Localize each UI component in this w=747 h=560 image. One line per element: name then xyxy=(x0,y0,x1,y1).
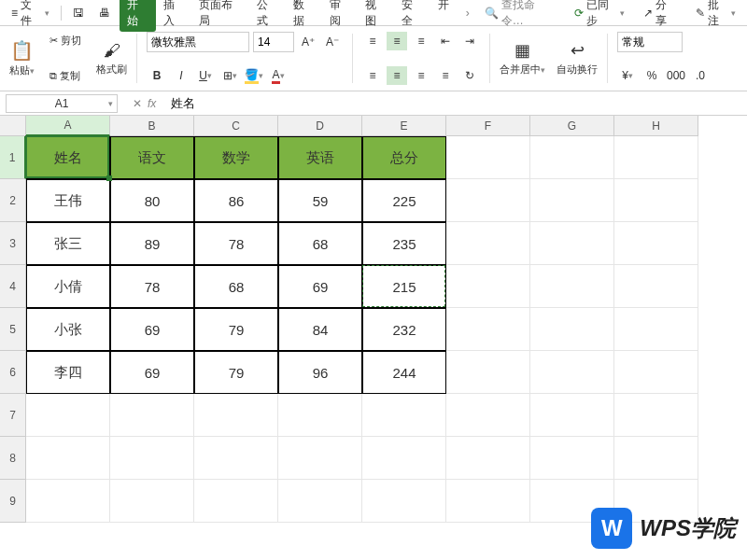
cell[interactable] xyxy=(530,179,614,222)
cell[interactable]: 69 xyxy=(278,265,362,308)
cell[interactable] xyxy=(194,437,278,480)
cell[interactable] xyxy=(446,480,530,523)
row-header[interactable]: 7 xyxy=(0,394,26,437)
font-size-select[interactable] xyxy=(253,32,294,52)
tab-视图[interactable]: 视图 xyxy=(358,0,394,32)
cell[interactable] xyxy=(194,480,278,523)
percent-button[interactable]: % xyxy=(641,66,662,85)
cell[interactable] xyxy=(614,394,698,437)
cell[interactable]: 总分 xyxy=(362,136,446,179)
row-header[interactable]: 3 xyxy=(0,222,26,265)
row-header[interactable]: 4 xyxy=(0,265,26,308)
column-header[interactable]: A xyxy=(26,116,110,136)
currency-button[interactable]: ¥▾ xyxy=(617,66,638,85)
print-icon[interactable]: 🖶 xyxy=(93,4,116,22)
cell[interactable]: 78 xyxy=(194,222,278,265)
cell[interactable]: 86 xyxy=(194,179,278,222)
cell[interactable] xyxy=(110,480,194,523)
cell[interactable]: 68 xyxy=(194,265,278,308)
align-left-button[interactable]: ≡ xyxy=(362,66,383,85)
cell[interactable]: 84 xyxy=(278,308,362,351)
cell[interactable] xyxy=(110,394,194,437)
column-header[interactable]: G xyxy=(530,116,614,136)
cell[interactable] xyxy=(362,437,446,480)
cell[interactable]: 244 xyxy=(362,351,446,394)
row-header[interactable]: 6 xyxy=(0,351,26,394)
fx-icon[interactable]: fx xyxy=(148,97,156,110)
cell[interactable] xyxy=(446,265,530,308)
menu-file[interactable]: ≡ 文件 ▾ xyxy=(6,0,55,32)
cell[interactable] xyxy=(446,136,530,179)
align-bottom-button[interactable]: ≡ xyxy=(411,32,431,50)
copy-button[interactable]: ⧉复制 xyxy=(46,67,85,85)
cell[interactable] xyxy=(530,265,614,308)
cell[interactable] xyxy=(446,437,530,480)
cell[interactable]: 张三 xyxy=(26,222,110,265)
cell[interactable] xyxy=(194,394,278,437)
cell[interactable] xyxy=(362,394,446,437)
cell[interactable]: 69 xyxy=(110,351,194,394)
cell[interactable]: 225 xyxy=(362,179,446,222)
cell[interactable] xyxy=(26,480,110,523)
cell[interactable]: 78 xyxy=(110,265,194,308)
cell[interactable]: 80 xyxy=(110,179,194,222)
column-header[interactable]: B xyxy=(110,116,194,136)
cell[interactable]: 李四 xyxy=(26,351,110,394)
align-middle-button[interactable]: ≡ xyxy=(387,32,407,50)
row-header[interactable]: 5 xyxy=(0,308,26,351)
paste-button[interactable]: 📋 粘贴▾ xyxy=(6,30,38,87)
cell[interactable]: 数学 xyxy=(194,136,278,179)
border-button[interactable]: ⊞▾ xyxy=(219,66,240,85)
row-header[interactable]: 1 xyxy=(0,136,26,179)
cell[interactable]: 96 xyxy=(278,351,362,394)
cell[interactable] xyxy=(26,394,110,437)
cell[interactable]: 英语 xyxy=(278,136,362,179)
indent-increase-button[interactable]: ⇥ xyxy=(459,32,480,50)
cell[interactable]: 姓名 xyxy=(26,136,110,179)
command-search[interactable]: 🔍 查找命令… xyxy=(479,0,561,29)
cell[interactable] xyxy=(446,308,530,351)
font-name-select[interactable] xyxy=(147,32,249,52)
formula-input[interactable] xyxy=(165,94,747,113)
row-header[interactable]: 9 xyxy=(0,480,26,523)
column-header[interactable]: F xyxy=(446,116,530,136)
orientation-button[interactable]: ↻ xyxy=(459,66,480,85)
tab-审阅[interactable]: 审阅 xyxy=(322,0,359,32)
auto-wrap-button[interactable]: ↩ 自动换行 xyxy=(553,30,601,87)
cancel-icon[interactable]: ✕ xyxy=(133,97,142,110)
tab-开始[interactable]: 开始 xyxy=(120,0,156,32)
cell[interactable] xyxy=(446,179,530,222)
row-header[interactable]: 8 xyxy=(0,437,26,480)
cell[interactable] xyxy=(530,394,614,437)
more-tabs-icon[interactable]: › xyxy=(460,4,475,22)
cell[interactable] xyxy=(614,265,698,308)
cell[interactable] xyxy=(446,222,530,265)
comma-button[interactable]: 000 xyxy=(666,66,686,85)
share-button[interactable]: ↗ 分享 xyxy=(638,0,683,32)
column-header[interactable]: E xyxy=(362,116,446,136)
name-box[interactable]: A1 ▾ xyxy=(6,94,118,113)
decrease-font-button[interactable]: A⁻ xyxy=(322,33,343,51)
cell[interactable] xyxy=(278,480,362,523)
column-header[interactable]: H xyxy=(614,116,698,136)
tab-公式[interactable]: 公式 xyxy=(249,0,286,32)
cut-button[interactable]: ✂剪切 xyxy=(46,32,85,49)
annotate-button[interactable]: ✎ 批注 ▾ xyxy=(690,0,741,32)
cell[interactable] xyxy=(614,136,698,179)
increase-font-button[interactable]: A⁺ xyxy=(298,33,318,51)
column-header[interactable]: C xyxy=(194,116,278,136)
cell[interactable]: 王伟 xyxy=(26,179,110,222)
italic-button[interactable]: I xyxy=(171,66,191,85)
tab-插入[interactable]: 插入 xyxy=(156,0,192,32)
format-painter-button[interactable]: 🖌 格式刷 xyxy=(92,30,131,87)
cell[interactable]: 69 xyxy=(110,308,194,351)
cell[interactable]: 79 xyxy=(194,351,278,394)
fill-color-button[interactable]: 🪣▾ xyxy=(244,66,264,85)
underline-button[interactable]: U▾ xyxy=(195,66,216,85)
save-icon[interactable]: 🖫 xyxy=(67,4,90,22)
spreadsheet-grid[interactable]: ABCDEFGH 123456789 姓名语文数学英语总分王伟808659225… xyxy=(0,116,747,560)
cell[interactable] xyxy=(362,480,446,523)
tab-安全[interactable]: 安全 xyxy=(394,0,430,32)
cell[interactable]: 68 xyxy=(278,222,362,265)
cell[interactable] xyxy=(278,437,362,480)
